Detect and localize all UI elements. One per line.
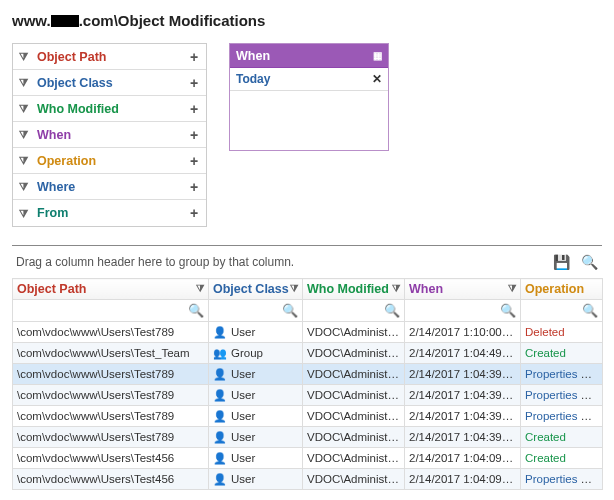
grid-search-row: 🔍 🔍 🔍 🔍 🔍 bbox=[13, 300, 603, 322]
cell-object-path: \com\vdoc\www\Users\Test456 bbox=[13, 469, 209, 490]
search-who-modified[interactable]: 🔍 bbox=[303, 300, 405, 322]
search-icon[interactable]: 🔍 bbox=[384, 303, 400, 318]
search-icon[interactable]: 🔍 bbox=[282, 303, 298, 318]
cell-who-modified: VDOC\Administrator bbox=[303, 406, 405, 427]
table-row[interactable]: \com\vdoc\www\Users\Test789👤UserVDOC\Adm… bbox=[13, 406, 603, 427]
plus-icon[interactable]: + bbox=[188, 49, 200, 65]
search-object-path[interactable]: 🔍 bbox=[13, 300, 209, 322]
search-when[interactable]: 🔍 bbox=[405, 300, 521, 322]
when-panel-body: Today✕ bbox=[230, 68, 388, 91]
cell-when: 2/14/2017 1:04:39 PM bbox=[405, 406, 521, 427]
filter-row-objectpath[interactable]: ⧩Object Path+ bbox=[13, 44, 206, 70]
search-icon[interactable]: 🔍 bbox=[581, 254, 598, 270]
title-suffix: .com\Object Modifications bbox=[79, 12, 266, 29]
filter-row-where[interactable]: ⧩Where+ bbox=[13, 174, 206, 200]
col-object-path[interactable]: Object Path⧩ bbox=[13, 279, 209, 300]
cell-object-class: 👤User bbox=[209, 427, 303, 448]
filter-icon[interactable]: ⧩ bbox=[196, 283, 204, 295]
cell-operation: Properties Modified bbox=[521, 406, 603, 427]
cell-object-class: 👤User bbox=[209, 322, 303, 343]
results-grid: Object Path⧩ Object Class⧩ Who Modified⧩… bbox=[12, 278, 603, 490]
user-icon: 👤 bbox=[213, 431, 227, 443]
cell-object-path: \com\vdoc\www\Users\Test789 bbox=[13, 364, 209, 385]
cell-operation: Created bbox=[521, 448, 603, 469]
funnel-icon: ⧩ bbox=[19, 102, 31, 115]
cell-object-path: \com\vdoc\www\Users\Test789 bbox=[13, 427, 209, 448]
cell-operation: Deleted bbox=[521, 322, 603, 343]
plus-icon[interactable]: + bbox=[188, 127, 200, 143]
cell-object-path: \com\vdoc\www\Users\Test789 bbox=[13, 385, 209, 406]
title-redacted bbox=[51, 15, 79, 27]
cell-who-modified: VDOC\Administrator bbox=[303, 427, 405, 448]
search-icon[interactable]: 🔍 bbox=[188, 303, 204, 318]
col-who-modified[interactable]: Who Modified⧩ bbox=[303, 279, 405, 300]
plus-icon[interactable]: + bbox=[188, 153, 200, 169]
search-object-class[interactable]: 🔍 bbox=[209, 300, 303, 322]
user-icon: 👤 bbox=[213, 368, 227, 380]
cell-object-class: 👥Group bbox=[209, 343, 303, 364]
table-row[interactable]: \com\vdoc\www\Users\Test456👤UserVDOC\Adm… bbox=[13, 448, 603, 469]
when-panel-title: When bbox=[236, 49, 373, 63]
search-icon[interactable]: 🔍 bbox=[582, 303, 598, 318]
col-object-class[interactable]: Object Class⧩ bbox=[209, 279, 303, 300]
user-icon: 👤 bbox=[213, 410, 227, 422]
filter-row-from[interactable]: ⧩From+ bbox=[13, 200, 206, 226]
cell-when: 2/14/2017 1:10:00 PM bbox=[405, 322, 521, 343]
cell-object-path: \com\vdoc\www\Users\Test_Team bbox=[13, 343, 209, 364]
filter-row-objectclass[interactable]: ⧩Object Class+ bbox=[13, 70, 206, 96]
cell-operation: Created bbox=[521, 427, 603, 448]
table-row[interactable]: \com\vdoc\www\Users\Test456👤UserVDOC\Adm… bbox=[13, 469, 603, 490]
funnel-icon: ⧩ bbox=[19, 76, 31, 89]
cell-who-modified: VDOC\Administrator bbox=[303, 322, 405, 343]
funnel-icon: ⧩ bbox=[19, 128, 31, 141]
table-row[interactable]: \com\vdoc\www\Users\Test789👤UserVDOC\Adm… bbox=[13, 322, 603, 343]
filter-label: Object Path bbox=[37, 50, 188, 64]
cell-operation: Properties Modified bbox=[521, 469, 603, 490]
funnel-icon: ⧩ bbox=[19, 207, 31, 220]
filter-row-whomodified[interactable]: ⧩Who Modified+ bbox=[13, 96, 206, 122]
search-icon[interactable]: 🔍 bbox=[500, 303, 516, 318]
plus-icon[interactable]: + bbox=[188, 179, 200, 195]
filter-row-when[interactable]: ⧩When+ bbox=[13, 122, 206, 148]
funnel-icon: ⧩ bbox=[19, 154, 31, 167]
col-operation[interactable]: Operation bbox=[521, 279, 603, 300]
table-row[interactable]: \com\vdoc\www\Users\Test789👤UserVDOC\Adm… bbox=[13, 427, 603, 448]
when-item[interactable]: Today✕ bbox=[230, 68, 388, 91]
cell-when: 2/14/2017 1:04:49 PM bbox=[405, 343, 521, 364]
when-panel-header[interactable]: When ▦ bbox=[230, 44, 388, 68]
col-when[interactable]: When⧩ bbox=[405, 279, 521, 300]
table-row[interactable]: \com\vdoc\www\Users\Test_Team👥GroupVDOC\… bbox=[13, 343, 603, 364]
cell-operation: Properties Modified bbox=[521, 385, 603, 406]
table-row[interactable]: \com\vdoc\www\Users\Test789👤UserVDOC\Adm… bbox=[13, 385, 603, 406]
cell-object-class: 👤User bbox=[209, 469, 303, 490]
funnel-icon: ⧩ bbox=[19, 50, 31, 63]
title-prefix: www. bbox=[12, 12, 51, 29]
funnel-icon: ⧩ bbox=[19, 180, 31, 193]
filter-icon[interactable]: ⧩ bbox=[392, 283, 400, 295]
cell-who-modified: VDOC\Administrator bbox=[303, 469, 405, 490]
cell-operation: Created bbox=[521, 343, 603, 364]
filter-sidebar: ⧩Object Path+⧩Object Class+⧩Who Modified… bbox=[12, 43, 207, 227]
filter-row-operation[interactable]: ⧩Operation+ bbox=[13, 148, 206, 174]
filter-icon[interactable]: ⧩ bbox=[290, 283, 298, 295]
search-operation[interactable]: 🔍 bbox=[521, 300, 603, 322]
filter-icon[interactable]: ⧩ bbox=[508, 283, 516, 295]
plus-icon[interactable]: + bbox=[188, 101, 200, 117]
when-panel: When ▦ Today✕ bbox=[229, 43, 389, 151]
save-icon[interactable]: 💾 bbox=[553, 254, 570, 270]
cell-when: 2/14/2017 1:04:09 PM bbox=[405, 469, 521, 490]
plus-icon[interactable]: + bbox=[188, 205, 200, 221]
table-row[interactable]: \com\vdoc\www\Users\Test789👤UserVDOC\Adm… bbox=[13, 364, 603, 385]
cell-when: 2/14/2017 1:04:39 PM bbox=[405, 385, 521, 406]
group-by-bar[interactable]: Drag a column header here to group by th… bbox=[12, 245, 602, 278]
cell-object-path: \com\vdoc\www\Users\Test789 bbox=[13, 406, 209, 427]
cell-object-class: 👤User bbox=[209, 448, 303, 469]
calendar-icon[interactable]: ▦ bbox=[373, 50, 382, 61]
group-by-hint: Drag a column header here to group by th… bbox=[16, 255, 545, 269]
cell-when: 2/14/2017 1:04:39 PM bbox=[405, 427, 521, 448]
filter-label: Where bbox=[37, 180, 188, 194]
user-icon: 👤 bbox=[213, 452, 227, 464]
close-icon[interactable]: ✕ bbox=[372, 72, 382, 86]
cell-who-modified: VDOC\Administrator bbox=[303, 385, 405, 406]
plus-icon[interactable]: + bbox=[188, 75, 200, 91]
